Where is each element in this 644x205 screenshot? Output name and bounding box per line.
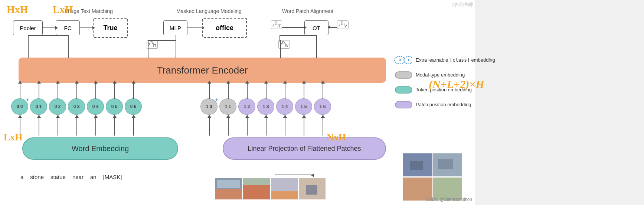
hline-ot-top <box>279 35 316 36</box>
arrow-token-15 <box>304 83 304 99</box>
vline-zt <box>148 40 148 58</box>
mlm-label: Masked Language Modeling <box>176 8 242 14</box>
token-10: 1 0 ✦ <box>200 98 218 115</box>
token-row-teal: 0 0 ✦ 0 1 0 2 0 3 0 4 0 5 0 6 <box>11 98 142 115</box>
svg-rect-6 <box>271 191 298 199</box>
arrow-token-01 <box>39 83 39 99</box>
word-row: a stone statue near an [MASK] <box>20 174 122 180</box>
legend-token-icon <box>393 85 412 94</box>
token-03: 0 3 <box>68 98 85 115</box>
lp-arrow-14 <box>285 117 285 136</box>
photo-2 <box>243 178 270 199</box>
legend-class: ✦ ✦ Extra learnable [class] embedding <box>393 56 512 64</box>
photo-strip <box>215 178 326 199</box>
ot-box: OT <box>304 20 328 35</box>
arrow-token-12 <box>247 83 248 99</box>
arrow-token-13 <box>266 83 267 99</box>
token-00: 0 0 ✦ <box>11 98 28 115</box>
hline-zt-mlp <box>148 40 176 41</box>
true-box: True <box>93 18 128 38</box>
vline-fc <box>68 35 69 58</box>
svg-rect-13 <box>410 161 423 170</box>
legend-modal-text: Modal-type embedding <box>416 72 465 78</box>
ot-left-arrow <box>328 25 330 29</box>
mlp-office-arrow <box>187 27 202 28</box>
we-arrow-04 <box>95 117 96 136</box>
mlp-box: MLP <box>163 20 187 35</box>
token-06: 0 6 <box>125 98 142 115</box>
arrow-token-03 <box>76 83 77 99</box>
vline-zv <box>280 40 281 58</box>
arrow-token-00 <box>20 83 20 99</box>
word-embedding-box: Word Embedding <box>22 137 178 160</box>
photo-4 <box>299 178 326 199</box>
diagram-area: 哔哩哔哩 Image Text Matching Masked Language… <box>0 0 475 205</box>
token-15: 1 5 <box>295 98 312 115</box>
arrow-token-04 <box>95 83 96 99</box>
z-label-iv-right: zD|V <box>337 20 349 29</box>
we-arrow-06 <box>133 117 134 136</box>
svg-rect-4 <box>243 185 270 199</box>
legend-class-text: Extra learnable [class] embedding <box>416 57 495 63</box>
fc-true-arrow <box>80 27 93 28</box>
svg-rect-20 <box>395 87 412 93</box>
we-arrow-03 <box>76 117 77 136</box>
office-box: office <box>202 18 247 38</box>
lp-arrow-16 <box>323 117 323 136</box>
pooler-fc-arrow <box>43 27 56 28</box>
arrow-token-14 <box>285 83 285 99</box>
hline-top-itm <box>28 35 68 36</box>
z-label-ir-left: zD|T <box>271 20 282 29</box>
legend-class-icon: ✦ ✦ <box>393 56 412 64</box>
legend-patch: Patch position embedding <box>393 100 512 108</box>
lp-arrow-10 <box>209 117 210 136</box>
svg-text:✦: ✦ <box>407 58 411 63</box>
z-ot-arrow <box>282 27 304 28</box>
pooler-box: Pooler <box>13 20 43 35</box>
arrow-token-10 <box>209 83 210 99</box>
lp-arrowhead <box>311 173 314 177</box>
legend-modal-icon <box>393 71 412 79</box>
photo-3 <box>271 178 298 199</box>
token-16: 1 6 <box>314 98 331 115</box>
arrow-token-11 <box>228 83 229 99</box>
hw-lxh-bottom: LxH <box>4 132 23 143</box>
collage-svg <box>403 153 462 202</box>
hw-nlplus: (N+L+2)×H <box>429 78 484 91</box>
bilibili-watermark: 哔哩哔哩 <box>452 2 473 9</box>
token-11: 1 1 <box>219 98 236 115</box>
we-arrow-05 <box>114 117 115 136</box>
svg-rect-14 <box>438 159 453 169</box>
lp-arrow-13 <box>266 117 267 136</box>
svg-rect-19 <box>395 72 412 78</box>
svg-text:✦: ✦ <box>398 58 402 63</box>
svg-rect-1 <box>215 189 242 199</box>
csdn-watermark: CSDN @Silentambition <box>426 197 472 202</box>
legend-modal: Modal-type embedding <box>393 71 512 79</box>
token-row-patch: 1 0 ✦ 1 1 1 2 1 3 1 4 1 5 1 6 <box>200 98 331 115</box>
we-arrow-01 <box>39 117 39 136</box>
token-05: 0 5 <box>106 98 123 115</box>
transformer-box: Transformer Encoder <box>19 58 386 83</box>
token-13: 1 3 <box>257 98 274 115</box>
photos-to-lp-arrow <box>275 175 312 175</box>
arrow-token-06 <box>133 83 134 99</box>
linear-projection-box: Linear Projection of Flattened Patches <box>223 137 386 160</box>
we-arrow-02 <box>58 117 58 136</box>
arrow-token-02 <box>58 83 58 99</box>
arrow-token-16 <box>323 83 323 99</box>
fc-box: FC <box>56 20 80 35</box>
main-container: 哔哩哔哩 Image Text Matching Masked Language… <box>0 0 644 205</box>
legend-patch-text: Patch position embedding <box>416 102 471 107</box>
wpa-label: Word Patch Alignment <box>282 8 333 14</box>
photo-collage <box>403 153 462 203</box>
token-02: 0 2 <box>49 98 66 115</box>
photo-1 <box>215 178 242 199</box>
hw-nxh: NxH <box>327 132 346 143</box>
z-label-it: zD|T <box>147 40 158 49</box>
vline-ot2 <box>316 35 317 58</box>
token-12: 1 2 <box>238 98 255 115</box>
hw-hxh: HxH <box>7 4 28 16</box>
vline-pooler <box>28 35 29 58</box>
lp-arrow-11 <box>228 117 229 136</box>
